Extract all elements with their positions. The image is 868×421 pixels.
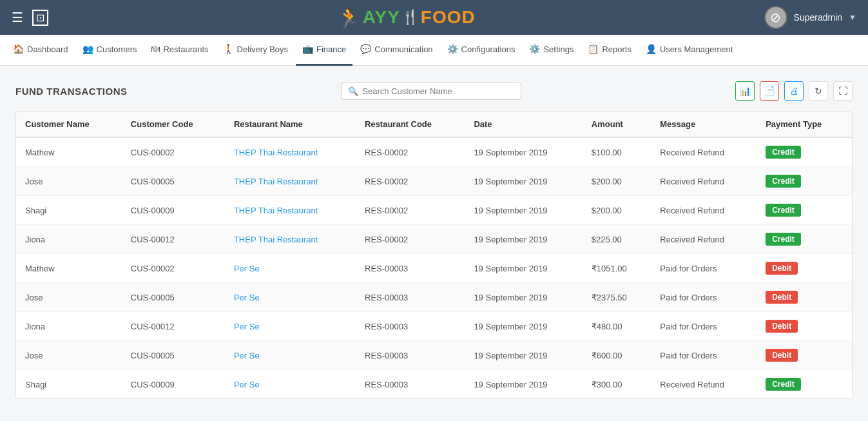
restaurant-link[interactable]: Per Se [234,351,260,360]
cell-restaurant-name: THEP Thai Restaurant [225,225,356,254]
print-icon: 🖨 [789,86,798,96]
cell-restaurant-code: RES-00002 [356,196,465,225]
cell-restaurant-name: THEP Thai Restaurant [225,137,356,167]
excel-icon: 📊 [740,86,751,96]
col-header-customer-name: Customer Name [16,112,122,137]
user-menu[interactable]: ⊘ Superadmin ▼ [764,6,856,29]
refresh-button[interactable]: ↻ [809,81,828,101]
nav-item-delivery-boys[interactable]: 🚶 Delivery Boys [217,35,294,66]
search-input[interactable] [362,86,514,96]
cell-date: 19 September 2019 [465,341,582,370]
expand-icon[interactable]: ⊡ [32,10,48,26]
col-header-message: Message [651,112,757,137]
restaurant-link[interactable]: THEP Thai Restaurant [234,177,318,186]
payment-type-badge: Credit [766,175,801,188]
table-row: Shagi CUS-00009 THEP Thai Restaurant RES… [16,196,852,225]
cell-restaurant-code: RES-00003 [356,341,465,370]
payment-type-badge: Credit [766,378,801,391]
cell-customer-name: Mathew [16,254,122,283]
restaurant-link[interactable]: THEP Thai Restaurant [234,235,318,244]
search-icon: 🔍 [348,86,358,96]
fullscreen-button[interactable]: ⛶ [833,81,853,101]
restaurant-link[interactable]: Per Se [234,380,260,389]
delivery-icon: 🚶 [223,44,234,54]
nav-item-communication[interactable]: 💬 Communication [354,35,439,66]
print-button[interactable]: 🖨 [784,81,804,101]
cell-restaurant-code: RES-00002 [356,137,465,167]
settings-icon: ⚙️ [529,44,540,54]
user-name-label: Superadmin [794,12,843,23]
cell-message: Received Refund [651,225,757,254]
payment-type-badge: Debit [766,291,798,304]
cell-restaurant-code: RES-00003 [356,370,465,399]
cell-payment-type: Debit [757,312,852,341]
cell-customer-name: Jose [16,167,122,196]
restaurant-link[interactable]: THEP Thai Restaurant [234,148,318,157]
nav-item-settings[interactable]: ⚙️ Settings [523,35,580,66]
cell-customer-name: Mathew [16,137,122,167]
payment-type-badge: Debit [766,262,798,275]
cell-message: Received Refund [651,167,757,196]
payment-type-badge: Credit [766,233,801,246]
cell-date: 19 September 2019 [465,283,582,312]
restaurant-link[interactable]: THEP Thai Restaurant [234,206,318,215]
cell-amount: $225.00 [583,225,651,254]
table-header: Customer Name Customer Code Restaurant N… [16,112,852,137]
cell-customer-code: CUS-00012 [122,225,225,254]
cell-date: 19 September 2019 [465,167,582,196]
restaurant-link[interactable]: Per Se [234,322,260,331]
cell-message: Received Refund [651,370,757,399]
refresh-icon: ↻ [815,86,822,96]
configurations-icon: ⚙️ [447,44,458,54]
cell-amount: $100.00 [583,137,651,167]
cell-customer-code: CUS-00009 [122,196,225,225]
pdf-export-button[interactable]: 📄 [760,81,779,101]
hamburger-icon[interactable]: ☰ [12,10,23,25]
cell-restaurant-code: RES-00003 [356,312,465,341]
cell-customer-name: Jiona [16,312,122,341]
search-box[interactable]: 🔍 [341,83,521,100]
cell-customer-code: CUS-00009 [122,370,225,399]
restaurant-link[interactable]: Per Se [234,264,260,273]
table-row: Jose CUS-00005 Per Se RES-00003 19 Septe… [16,283,852,312]
excel-export-button[interactable]: 📊 [735,81,755,101]
cell-restaurant-code: RES-00003 [356,283,465,312]
cell-restaurant-name: THEP Thai Restaurant [225,196,356,225]
col-header-restaurant-name: Restaurant Name [225,112,356,137]
logo-runner-icon: 🏃 [337,6,362,29]
cell-customer-name: Shagi [16,196,122,225]
nav-item-customers[interactable]: 👥 Customers [76,35,144,66]
cell-message: Paid for Orders [651,312,757,341]
cell-customer-name: Jose [16,341,122,370]
cell-message: Received Refund [651,137,757,167]
cell-message: Received Refund [651,196,757,225]
header: ☰ ⊡ 🏃 AYY 🍴 FOOD ⊘ Superadmin ▼ [0,0,868,35]
cell-message: Paid for Orders [651,283,757,312]
nav-label-dashboard: Dashboard [27,44,68,54]
cell-payment-type: Debit [757,283,852,312]
nav-item-users-management[interactable]: 👤 Users Management [639,35,739,66]
cell-customer-code: CUS-00005 [122,283,225,312]
cell-payment-type: Credit [757,370,852,399]
nav-item-finance[interactable]: 📺 Finance [296,35,352,66]
avatar: ⊘ [764,6,787,29]
chevron-down-icon: ▼ [849,13,856,22]
nav-item-reports[interactable]: 📋 Reports [581,35,638,66]
restaurant-link[interactable]: Per Se [234,293,260,302]
payment-type-badge: Debit [766,349,798,362]
nav-item-configurations[interactable]: ⚙️ Configurations [441,35,522,66]
nav-item-dashboard[interactable]: 🏠 Dashboard [6,35,75,66]
table-row: Shagi CUS-00009 Per Se RES-00003 19 Sept… [16,370,852,399]
nav-label-reports: Reports [602,44,632,54]
payment-type-badge: Debit [766,320,798,333]
table-header-row: Customer Name Customer Code Restaurant N… [16,112,852,137]
cell-date: 19 September 2019 [465,225,582,254]
cell-amount: ₹300.00 [583,370,651,399]
nav-item-restaurants[interactable]: 🍽 Restaurants [144,35,215,66]
col-header-restaurant-code: Restaurant Code [356,112,465,137]
nav-label-settings: Settings [543,44,574,54]
cell-amount: $200.00 [583,167,651,196]
nav-label-restaurants: Restaurants [163,44,208,54]
cell-restaurant-name: Per Se [225,254,356,283]
finance-icon: 📺 [302,44,313,54]
